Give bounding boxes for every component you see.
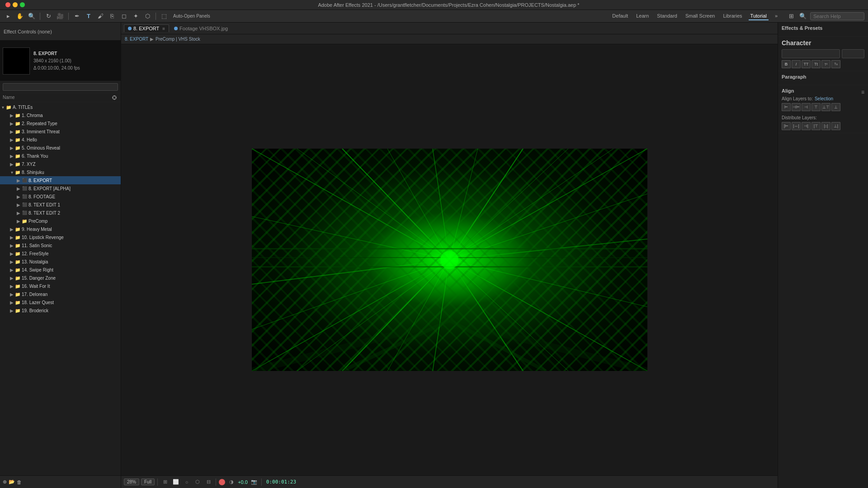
tree-arrow-a-titles: ▾ [0,105,5,110]
workspace-default[interactable]: Default [610,12,630,20]
tool-camera[interactable]: 🎥 [56,12,65,21]
folder-icon-imminent-threat: 📁 [14,129,21,134]
paragraph-title: Paragraph [782,74,864,80]
workspace-overflow[interactable]: » [773,12,779,20]
tree-item-8-export[interactable]: ▶ ⬛ 8. EXPORT [0,176,121,184]
vc-exposure-icon[interactable]: ◑ [227,478,236,487]
tool-hand[interactable]: ✋ [15,12,24,21]
breadcrumb-item-1[interactable]: 8. EXPORT [125,37,148,42]
vc-circle-icon[interactable]: ○ [182,478,191,487]
new-item-icon[interactable]: ⊕ [3,479,7,485]
dist-center-v-btn[interactable]: |↕| [821,122,830,130]
tree-item-2-repeated-type[interactable]: ▶ 📁 2. Repeated Type [0,119,121,127]
align-left-btn[interactable]: ⊢ [782,103,791,111]
align-center-v-btn[interactable]: ⊥⊤ [821,103,830,111]
tree-item-12-freestyle[interactable]: ▶ 📁 12. FreeStyle [0,249,121,258]
tool-shape[interactable]: ⬡ [143,12,152,21]
align-center-h-btn[interactable]: ⊣⊢ [792,103,801,111]
help-search[interactable] [810,12,864,20]
tool-eraser[interactable]: ◻ [119,12,128,21]
tree-item-13-nostalgia[interactable]: ▶ 📁 13. Nostalgia [0,258,121,266]
rays-svg [252,149,647,371]
canvas-preview [252,149,647,371]
caps-btn[interactable]: TT [802,60,811,68]
project-settings-icon[interactable] [111,94,118,101]
tool-puppet[interactable]: ✦ [131,12,140,21]
zoom-level[interactable]: 28% [124,479,139,485]
superscript-btn[interactable]: T² [821,60,830,68]
dist-right-btn[interactable]: ⊣| [802,122,811,130]
comp-tab-export[interactable]: 8. EXPORT ≡ [124,24,169,32]
tree-label-wait-for-it: 16. Wait For It [22,284,121,289]
dist-center-h-btn[interactable]: |↔| [792,122,801,130]
tool-select[interactable]: ▸ [4,12,13,21]
tree-item-a-titles[interactable]: ▾ 📁 A. TITLEs [0,103,121,111]
tree-item-9-heavy-metal[interactable]: ▶ 📁 9. Heavy Metal [0,225,121,233]
vc-rect-icon[interactable]: ⬜ [171,478,180,487]
tool-text[interactable]: T [84,12,93,21]
dist-bottom-btn[interactable]: ⊥| [831,122,840,130]
tree-item-18-lazer-quest[interactable]: ▶ 📁 18. Lazer Quest [0,298,121,306]
vc-3d-icon[interactable]: ⬡ [193,478,202,487]
tool-clone[interactable]: ⎘ [108,12,117,21]
tree-item-11-satin-sonic[interactable]: ▶ 📁 11. Satin Sonic [0,241,121,249]
workspace-tutorial[interactable]: Tutorial [749,12,769,20]
comp-tabs: 8. EXPORT ≡ Footage VHSBOX.jpg [121,23,778,34]
tree-item-17-delorean[interactable]: ▶ 📁 17. Delorean [0,290,121,298]
vc-camera-icon[interactable]: 📷 [250,478,259,487]
dist-left-btn[interactable]: |⊢ [782,122,791,130]
workspace-standard[interactable]: Standard [655,12,679,20]
comp-tab-menu-export[interactable]: ≡ [162,26,165,31]
tree-item-7-xyz[interactable]: ▶ 📁 7. XYZ [0,160,121,168]
tree-item-8-text-edit-1[interactable]: ▶ ⬛ 8. TEXT EDIT 1 [0,201,121,209]
toggle-render[interactable]: ⬚ [160,12,169,21]
smallcaps-btn[interactable]: Tt [811,60,821,68]
tree-item-19-broderick[interactable]: ▶ 📁 19. Broderick [0,306,121,314]
tool-rotation[interactable]: ↻ [44,12,53,21]
workspace-learn[interactable]: Learn [634,12,651,20]
subscript-btn[interactable]: T₂ [831,60,840,68]
italic-btn[interactable]: I [792,60,801,68]
tree-item-3-imminent-threat[interactable]: ▶ 📁 3. Imminent Threat [0,127,121,136]
new-folder-icon[interactable]: 📂 [9,479,15,485]
tree-item-8-text-edit-2[interactable]: ▶ ⬛ 8. TEXT EDIT 2 [0,209,121,217]
tree-item-4-hello[interactable]: ▶ 📁 4. Hello [0,136,121,144]
align-layers-label: Align Layers to: [782,96,813,101]
tree-label-hello: 4. Hello [22,137,121,142]
dist-top-btn[interactable]: |⊤ [811,122,821,130]
tree-item-8-shinjuku[interactable]: ▾ 📁 8. Shinjuku [0,168,121,176]
vc-checkerboard-icon[interactable]: ⊟ [204,478,213,487]
maximize-button[interactable] [20,2,25,7]
tree-item-14-swipe-right[interactable]: ▶ 📁 14. Swipe Right [0,266,121,274]
align-menu-icon[interactable]: ≡ [861,89,864,95]
breadcrumb-item-2[interactable]: PreComp | VHS Stock [156,37,200,42]
tool-zoom[interactable]: 🔍 [27,12,36,21]
tree-item-8-export-alpha[interactable]: ▶ ⬛ 8. EXPORT [ALPHA] [0,184,121,192]
tool-pen[interactable]: ✒ [72,12,81,21]
workspace-libraries[interactable]: Libraries [721,12,744,20]
toolbar-icon-grid[interactable]: ⊞ [787,12,796,21]
tree-item-10-lipstick-revenge[interactable]: ▶ 📁 10. Lipstick Revenge [0,233,121,241]
vc-grid-icon[interactable]: ⊞ [160,478,170,487]
tree-item-8-footage[interactable]: ▶ ⬛ 8. FOOTAGE [0,192,121,201]
toolbar-icon-search2[interactable]: 🔍 [798,12,807,21]
tree-item-15-danger-zone[interactable]: ▶ 📁 15. Danger Zone [0,274,121,282]
tool-brush[interactable]: 🖌 [96,12,105,21]
tree-item-5-ominous-reveal[interactable]: ▶ 📁 5. Ominous Reveal [0,144,121,152]
delete-icon[interactable]: 🗑 [17,479,22,485]
quality-btn[interactable]: Full [141,479,155,485]
align-right-btn[interactable]: ⊣ [802,103,811,111]
tree-item-6-thank-you[interactable]: ▶ 📁 6. Thank You [0,152,121,160]
tree-item-precomp[interactable]: ▶ 📁 PreComp [0,217,121,225]
project-search-input[interactable] [3,83,118,91]
tree-item-1-chroma[interactable]: ▶ 📁 1. Chroma [0,111,121,119]
bold-btn[interactable]: B [782,60,791,68]
minimize-button[interactable] [13,2,18,7]
comp-tab-footage[interactable]: Footage VHSBOX.jpg [170,24,232,32]
close-button[interactable] [5,2,10,7]
align-bottom-btn[interactable]: ⊥ [831,103,840,111]
vc-sep-3 [261,479,262,486]
workspace-small-screen[interactable]: Small Screen [684,12,717,20]
tree-item-16-wait-for-it[interactable]: ▶ 📁 16. Wait For It [0,282,121,290]
align-top-btn[interactable]: ⊤ [811,103,821,111]
